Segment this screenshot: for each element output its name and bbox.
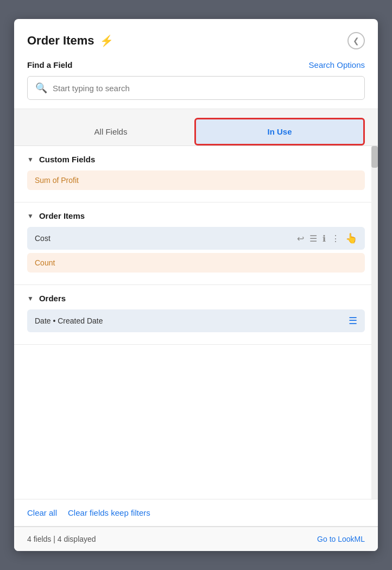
- section-header-order-items: ▼ Order Items: [27, 211, 365, 220]
- clear-all-link[interactable]: Clear all: [27, 508, 57, 517]
- find-field-row: Find a Field Search Options: [27, 60, 365, 69]
- footer-actions: Clear all Clear fields keep filters: [14, 499, 378, 526]
- goto-lookaml-link[interactable]: Go to LookML: [317, 535, 365, 543]
- field-stats: 4 fields | 4 displayed: [27, 535, 96, 543]
- section-orders: ▼ Orders Date • Created Date ☰: [14, 285, 378, 345]
- scrollbar-thumb[interactable]: [371, 146, 378, 168]
- panel-title: Order Items: [27, 34, 94, 48]
- tab-in-use[interactable]: In Use: [194, 118, 365, 145]
- filter-active-icon[interactable]: ☰: [349, 315, 357, 327]
- search-input[interactable]: [53, 84, 357, 93]
- pivot-icon[interactable]: ↩: [297, 233, 304, 244]
- filter-icon[interactable]: ☰: [309, 233, 317, 244]
- field-label-count: Count: [35, 258, 55, 267]
- section-title-order-items: Order Items: [39, 211, 85, 220]
- back-button[interactable]: ❮: [347, 32, 365, 49]
- search-bar: 🔍: [27, 76, 365, 100]
- field-label-cost: Cost: [35, 234, 50, 243]
- cursor-icon: 👆: [345, 232, 357, 244]
- section-title-custom-fields: Custom Fields: [39, 155, 95, 164]
- field-label-date-created: Date • Created Date: [35, 316, 103, 325]
- scrollbar-track: [371, 146, 378, 499]
- field-cost[interactable]: Cost ↩ ☰ ℹ ⋮ 👆: [27, 227, 365, 250]
- collapse-arrow-custom-fields[interactable]: ▼: [27, 156, 34, 163]
- tabs-row: All Fields In Use: [14, 109, 378, 146]
- lightning-icon: ⚡: [100, 34, 113, 47]
- info-icon[interactable]: ℹ: [323, 233, 326, 244]
- clear-fields-keep-filters-link[interactable]: Clear fields keep filters: [68, 508, 150, 517]
- search-options-link[interactable]: Search Options: [309, 60, 365, 69]
- main-panel: Order Items ⚡ ❮ Find a Field Search Opti…: [14, 19, 378, 551]
- find-field-label: Find a Field: [27, 60, 72, 69]
- field-label-sum-of-profit: Sum of Profit: [35, 176, 79, 185]
- section-header-orders: ▼ Orders: [27, 294, 365, 303]
- field-actions-cost: ↩ ☰ ℹ ⋮ 👆: [297, 232, 357, 244]
- section-custom-fields: ▼ Custom Fields Sum of Profit: [14, 146, 378, 202]
- tab-all-fields[interactable]: All Fields: [27, 118, 194, 145]
- field-date-created[interactable]: Date • Created Date ☰: [27, 309, 365, 332]
- section-header-custom-fields: ▼ Custom Fields: [27, 155, 365, 164]
- field-count[interactable]: Count: [27, 253, 365, 273]
- section-order-items: ▼ Order Items Cost ↩ ☰ ℹ ⋮ 👆 Count: [14, 202, 378, 285]
- field-sum-of-profit[interactable]: Sum of Profit: [27, 170, 365, 190]
- fields-container: ▼ Custom Fields Sum of Profit ▼ Order It…: [14, 146, 378, 499]
- more-icon[interactable]: ⋮: [331, 233, 340, 244]
- collapse-arrow-orders[interactable]: ▼: [27, 295, 34, 302]
- panel-footer: 4 fields | 4 displayed Go to LookML: [14, 526, 378, 551]
- section-title-orders: Orders: [39, 294, 66, 303]
- search-icon: 🔍: [35, 82, 47, 94]
- panel-header: Order Items ⚡ ❮ Find a Field Search Opti…: [14, 19, 378, 109]
- collapse-arrow-order-items[interactable]: ▼: [27, 212, 34, 220]
- back-chevron-icon: ❮: [353, 36, 359, 45]
- title-row: Order Items ⚡ ❮: [27, 32, 365, 49]
- title-left: Order Items ⚡: [27, 34, 113, 48]
